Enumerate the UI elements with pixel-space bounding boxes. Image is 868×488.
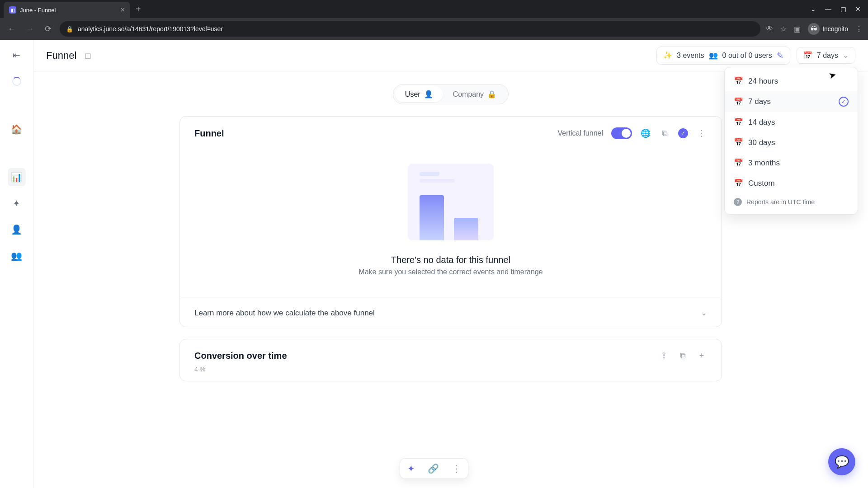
calendar-icon: 📅 xyxy=(803,51,812,60)
browser-tab[interactable]: ◧ June - Funnel × xyxy=(4,2,130,18)
dropdown-item-24h[interactable]: 📅24 hours xyxy=(725,71,858,91)
panel-icon[interactable]: ▣ xyxy=(794,25,801,33)
funnel-card: Funnel Vertical funnel 🌐 ⧉ ✓ ⋮ xyxy=(179,116,722,327)
window-controls: ⌄ — ▢ ✕ xyxy=(811,5,864,13)
maximize-icon[interactable]: ▢ xyxy=(840,5,846,13)
back-button[interactable]: ← xyxy=(5,24,18,34)
dropdown-item-14d[interactable]: 📅14 days xyxy=(725,112,858,132)
sidebar-item-companies[interactable]: 👥 xyxy=(8,247,26,265)
lock-icon: 🔒 xyxy=(66,26,73,33)
tracking-icon[interactable]: 👁 xyxy=(766,25,773,33)
reload-button[interactable]: ⟳ xyxy=(42,24,54,34)
page-title: Funnel xyxy=(46,50,76,61)
sidebar-item-users[interactable]: 👤 xyxy=(8,221,26,239)
slack-icon[interactable]: ⧉ xyxy=(677,350,688,361)
calendar-icon: 📅 xyxy=(734,97,742,107)
edit-icon[interactable]: ✎ xyxy=(777,51,783,61)
vertical-funnel-label: Vertical funnel xyxy=(557,129,603,137)
users-count: 0 out of 0 users xyxy=(722,52,772,60)
calendar-icon: 📅 xyxy=(734,76,742,86)
new-tab-button[interactable]: + xyxy=(130,4,146,14)
funnel-card-title: Funnel xyxy=(194,128,224,139)
url-text: analytics.june.so/a/14631/report/190013?… xyxy=(78,25,223,33)
timerange-dropdown: 📅24 hours 📅7 days✓ 📅14 days 📅30 days 📅3 … xyxy=(724,67,858,215)
add-icon[interactable]: + xyxy=(696,350,707,361)
lock-icon: 🔒 xyxy=(487,90,496,99)
tag-icon[interactable]: ◻ xyxy=(85,51,91,61)
dropdown-item-custom[interactable]: 📅Custom xyxy=(725,173,858,193)
level-toggle: User👤 Company🔒 xyxy=(393,84,509,104)
vertical-funnel-toggle[interactable] xyxy=(611,127,632,139)
tab-title: June - Funnel xyxy=(20,7,56,14)
floating-toolbar: ✦ 🔗 ⋮ xyxy=(400,458,468,479)
profile-label: Incognito xyxy=(822,25,848,33)
chat-fab[interactable]: 💬 xyxy=(828,448,855,475)
sidebar-item-events[interactable]: ✦ xyxy=(8,194,26,212)
chevron-down-icon[interactable]: ⌄ xyxy=(811,5,816,13)
dropdown-item-30d[interactable]: 📅30 days xyxy=(725,132,858,153)
users-icon: 👥 xyxy=(709,51,718,60)
profile-button[interactable]: 🕶 Incognito xyxy=(808,23,848,35)
globe-icon[interactable]: 🌐 xyxy=(640,128,651,139)
tab-close-icon[interactable]: × xyxy=(121,6,125,14)
learn-more-label: Learn more about how we calculate the ab… xyxy=(194,309,375,318)
browser-menu-icon[interactable]: ⋮ xyxy=(855,25,863,33)
chevron-down-icon: ⌄ xyxy=(701,308,707,318)
empty-title: There's no data for this funnel xyxy=(391,255,510,265)
incognito-icon: 🕶 xyxy=(808,23,820,35)
tab-favicon-icon: ◧ xyxy=(9,6,16,14)
chevron-down-icon: ⌄ xyxy=(843,51,849,60)
more-actions-icon[interactable]: ⋮ xyxy=(452,463,461,474)
conversion-card: Conversion over time ⇪ ⧉ + 4 % xyxy=(179,339,722,381)
chat-icon: 💬 xyxy=(835,455,849,469)
events-count: 3 events xyxy=(677,52,704,60)
calendar-icon: 📅 xyxy=(734,158,742,168)
level-user[interactable]: User👤 xyxy=(395,86,443,102)
spinner-icon xyxy=(12,77,21,86)
slack-icon[interactable]: ⧉ xyxy=(659,128,670,139)
timerange-button[interactable]: 📅 7 days ⌄ xyxy=(797,47,855,64)
dropdown-footer: ?Reports are in UTC time xyxy=(725,193,858,211)
more-icon[interactable]: ⋮ xyxy=(696,128,707,139)
check-icon: ✓ xyxy=(839,97,849,107)
url-input[interactable]: 🔒 analytics.june.so/a/14631/report/19001… xyxy=(60,21,760,37)
sidebar-collapse-button[interactable]: ⇤ xyxy=(8,46,26,64)
browser-address-bar: ← → ⟳ 🔒 analytics.june.so/a/14631/report… xyxy=(0,18,868,40)
level-company[interactable]: Company🔒 xyxy=(443,86,506,102)
empty-subtitle: Make sure you selected the correct event… xyxy=(359,268,542,276)
calendar-icon: 📅 xyxy=(734,138,742,147)
bookmark-icon[interactable]: ☆ xyxy=(780,25,787,33)
conversion-card-title: Conversion over time xyxy=(194,351,287,361)
sidebar-item-reports[interactable]: 📊 xyxy=(8,168,26,186)
empty-illustration xyxy=(408,164,494,240)
chart-y-label: 4 % xyxy=(180,366,722,381)
sidebar-loading xyxy=(8,72,26,90)
app-sidebar: ⇤ 🏠 📊 ✦ 👤 👥 xyxy=(0,40,33,488)
status-dot-icon[interactable]: ✓ xyxy=(678,128,688,138)
browser-tab-strip: ◧ June - Funnel × + ⌄ — ▢ ✕ xyxy=(0,0,868,18)
timerange-label: 7 days xyxy=(817,52,838,60)
share-link-icon[interactable]: 🔗 xyxy=(428,463,439,474)
share-icon[interactable]: ⇪ xyxy=(658,350,669,361)
close-window-icon[interactable]: ✕ xyxy=(855,5,861,13)
calendar-icon: 📅 xyxy=(734,117,742,127)
dropdown-item-3m[interactable]: 📅3 months xyxy=(725,153,858,173)
empty-state: There's no data for this funnel Make sur… xyxy=(180,150,722,299)
ai-sparkle-icon[interactable]: ✦ xyxy=(407,463,415,474)
forward-button[interactable]: → xyxy=(24,24,36,34)
sparkle-icon: ✨ xyxy=(663,51,672,60)
user-icon: 👤 xyxy=(424,90,433,99)
help-icon: ? xyxy=(734,198,742,206)
calendar-icon: 📅 xyxy=(734,178,742,188)
events-users-pill[interactable]: ✨ 3 events 👥 0 out of 0 users ✎ xyxy=(656,47,790,65)
dropdown-item-7d[interactable]: 📅7 days✓ xyxy=(725,91,858,112)
learn-more-row[interactable]: Learn more about how we calculate the ab… xyxy=(180,299,722,327)
sidebar-item-home[interactable]: 🏠 xyxy=(8,120,26,138)
minimize-icon[interactable]: — xyxy=(825,5,831,13)
